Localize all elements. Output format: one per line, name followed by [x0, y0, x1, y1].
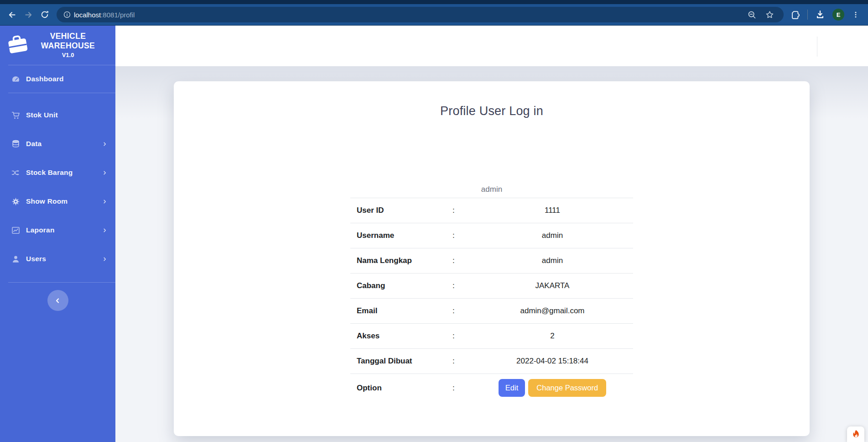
- table-row-option: Option : Edit Change Password: [350, 374, 633, 402]
- row-value: 2: [472, 332, 633, 341]
- sidebar-item-stok-unit[interactable]: Stok Unit: [0, 105, 115, 125]
- row-separator: :: [452, 281, 472, 290]
- row-separator: :: [452, 332, 472, 341]
- debug-toolbar-badge[interactable]: [847, 426, 864, 442]
- sidebar-menu: Stok Unit Data Stock Barang: [0, 93, 115, 282]
- browser-chrome: localhost:8081/profil: [0, 0, 868, 26]
- row-value: admin@gmail.com: [472, 306, 633, 316]
- browser-actions: E: [790, 9, 863, 21]
- back-icon: [7, 10, 17, 20]
- app: VEHICLE WAREHOUSE V1.0 Dashboard: [0, 26, 868, 442]
- header-user-avatar[interactable]: [833, 38, 851, 56]
- row-value: 2022-04-02 15:18:44: [472, 357, 633, 366]
- chevron-right-icon: [102, 227, 107, 233]
- sidebar-item-label: Data: [26, 140, 42, 148]
- row-value: 1111: [472, 206, 633, 215]
- sidebar-collapse-button[interactable]: [47, 290, 68, 311]
- sidebar-item-users[interactable]: Users: [0, 249, 115, 269]
- row-separator: :: [452, 384, 472, 393]
- row-value: admin: [472, 256, 633, 265]
- url-host: localhost: [74, 11, 101, 19]
- table-row: Username : admin: [350, 223, 633, 248]
- shuffle-icon: [11, 168, 20, 177]
- profile-card: Profile User Log in admin User ID : 1111: [174, 81, 810, 436]
- chevron-left-icon: [54, 297, 61, 304]
- chevron-right-icon: [102, 199, 107, 205]
- sidebar-item-label: Stok Unit: [26, 111, 58, 119]
- header-divider: [817, 37, 817, 57]
- extensions-icon[interactable]: [790, 10, 800, 20]
- brand[interactable]: VEHICLE WAREHOUSE V1.0: [0, 26, 115, 65]
- database-icon: [11, 140, 20, 148]
- row-label: Akses: [350, 332, 452, 341]
- table-row: User ID : 1111: [350, 198, 633, 223]
- codeigniter-flame-icon: [852, 429, 860, 439]
- row-separator: :: [452, 357, 472, 366]
- sidebar-item-label: Dashboard: [26, 75, 64, 83]
- tachometer-icon: [11, 75, 20, 84]
- forward-icon: [24, 10, 33, 20]
- profile-avatar: [466, 132, 517, 183]
- sidebar-item-label: Show Room: [26, 197, 68, 205]
- zoom-out-icon[interactable]: [747, 10, 757, 20]
- chart-line-icon: [11, 226, 20, 235]
- browser-profile-avatar[interactable]: E: [832, 9, 844, 21]
- url-text: localhost:8081/profil: [74, 11, 747, 19]
- sidebar: VEHICLE WAREHOUSE V1.0 Dashboard: [0, 26, 115, 442]
- row-label: Nama Lengkap: [350, 256, 452, 265]
- app-header: [115, 26, 868, 66]
- browser-tab-strip: [0, 0, 868, 4]
- brand-text: VEHICLE WAREHOUSE V1.0: [32, 32, 104, 59]
- row-label: Option: [350, 384, 452, 393]
- toolbar-separator: [807, 10, 808, 20]
- table-row: Tanggal Dibuat : 2022-04-02 15:18:44: [350, 348, 633, 374]
- row-separator: :: [452, 306, 472, 316]
- download-icon[interactable]: [815, 10, 825, 20]
- brand-line2: WAREHOUSE: [32, 41, 104, 51]
- sidebar-item-label: Users: [26, 255, 46, 263]
- sidebar-item-laporan[interactable]: Laporan: [0, 220, 115, 240]
- sidebar-item-label: Laporan: [26, 226, 55, 234]
- chevron-right-icon: [102, 170, 107, 176]
- briefcase-icon: [5, 33, 30, 57]
- omnibox-actions: [747, 10, 774, 20]
- edit-button[interactable]: Edit: [499, 379, 525, 397]
- sidebar-item-dashboard[interactable]: Dashboard: [0, 69, 115, 89]
- page-title: Profile User Log in: [174, 104, 810, 118]
- cart-icon: [11, 111, 20, 120]
- browser-toolbar: localhost:8081/profil: [0, 4, 868, 25]
- table-row: Akses : 2: [350, 323, 633, 348]
- bookmark-star-icon[interactable]: [765, 10, 774, 20]
- chevron-right-icon: [102, 256, 107, 262]
- reload-button[interactable]: [36, 6, 53, 23]
- brand-line1: VEHICLE: [32, 32, 104, 42]
- option-buttons: Edit Change Password: [472, 379, 633, 397]
- sidebar-item-stock-barang[interactable]: Stock Barang: [0, 163, 115, 183]
- brand-version: V1.0: [32, 52, 104, 59]
- row-separator: :: [452, 231, 472, 240]
- row-label: Tanggal Dibuat: [350, 357, 452, 366]
- row-value: JAKARTA: [472, 281, 633, 290]
- avatar-caption: admin: [174, 185, 810, 194]
- sidebar-item-show-room[interactable]: Show Room: [0, 191, 115, 211]
- row-label: Email: [350, 306, 452, 316]
- profile-table: User ID : 1111 Username : admin Nama Len…: [350, 198, 633, 402]
- row-value: admin: [472, 231, 633, 240]
- sidebar-item-label: Stock Barang: [26, 168, 73, 177]
- url-path: :8081/profil: [101, 11, 135, 19]
- row-label: Username: [350, 231, 452, 240]
- change-password-button[interactable]: Change Password: [528, 379, 606, 397]
- forward-button[interactable]: [20, 6, 36, 23]
- page-content: Profile User Log in admin User ID : 1111: [115, 66, 868, 442]
- sidebar-item-data[interactable]: Data: [0, 134, 115, 154]
- address-bar[interactable]: localhost:8081/profil: [57, 7, 784, 22]
- table-row: Email : admin@gmail.com: [350, 298, 633, 323]
- site-info-icon[interactable]: [60, 11, 74, 19]
- browser-menu-kebab-icon[interactable]: [852, 10, 860, 19]
- main-area: Profile User Log in admin User ID : 1111: [115, 26, 868, 442]
- back-button[interactable]: [4, 6, 20, 23]
- user-icon: [11, 255, 20, 263]
- chevron-right-icon: [102, 141, 107, 147]
- sidebar-collapse-wrap: [0, 290, 115, 311]
- gear-icon: [11, 197, 20, 206]
